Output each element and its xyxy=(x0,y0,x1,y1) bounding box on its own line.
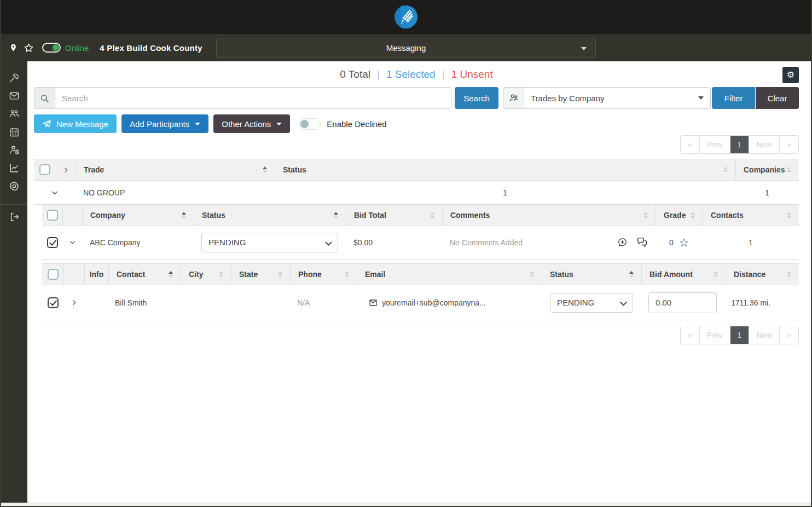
bid-total-column-header[interactable]: Bid Total xyxy=(346,205,442,225)
top-bar xyxy=(1,0,811,34)
companies-table: Company Status Bid Total Comments Grade … xyxy=(42,205,799,260)
other-actions-button[interactable]: Other Actions xyxy=(213,114,290,133)
select-all-companies-checkbox[interactable] xyxy=(47,210,58,221)
chevron-down-icon[interactable] xyxy=(51,189,59,197)
pagination-top: « Prev 1 Next » xyxy=(34,135,799,154)
stat-selected[interactable]: 1 Selected xyxy=(386,68,436,80)
city-column-header[interactable]: City xyxy=(181,264,231,285)
chevron-right-icon[interactable] xyxy=(71,299,78,306)
group-name: NO GROUP xyxy=(76,181,275,204)
page-next-button[interactable]: Next xyxy=(749,136,780,153)
filter-button[interactable]: Filter xyxy=(712,87,755,109)
new-message-button[interactable]: New Message xyxy=(34,114,117,133)
group-companies-count: 1 xyxy=(735,181,799,204)
contact-email[interactable]: youremail+sub@companyna... xyxy=(382,298,486,307)
online-label: Online xyxy=(65,43,89,53)
page-first-button[interactable]: « xyxy=(681,326,700,344)
contact-row-checkbox[interactable] xyxy=(48,297,59,308)
page-first-button[interactable]: « xyxy=(681,136,700,153)
footer-strip xyxy=(1,503,811,506)
page-prev-button[interactable]: Prev xyxy=(700,326,730,344)
sort-icon xyxy=(714,271,718,278)
sort-icon xyxy=(691,212,695,218)
grade-column-header[interactable]: Grade xyxy=(656,205,703,225)
page-nav-dropdown[interactable]: Messaging xyxy=(216,38,596,58)
company-status-column-header[interactable]: Status xyxy=(194,205,346,225)
chevron-down-icon[interactable] xyxy=(69,239,76,246)
contacts-column-header[interactable]: Contacts xyxy=(703,205,799,225)
company-bid-total: $0.00 xyxy=(346,226,442,259)
company-column-header[interactable]: Company xyxy=(82,205,194,225)
status-column-header[interactable]: Status xyxy=(275,159,735,180)
enable-declined-toggle[interactable] xyxy=(299,118,321,130)
sort-icon xyxy=(430,212,434,218)
comments-column-header[interactable]: Comments xyxy=(442,205,656,225)
hammer-icon[interactable] xyxy=(1,68,27,87)
chevron-down-icon xyxy=(195,123,200,125)
chevron-down-icon xyxy=(276,123,282,125)
search-button[interactable]: Search xyxy=(455,87,498,109)
location-pin-icon[interactable] xyxy=(9,43,18,53)
bid-amount-input[interactable] xyxy=(648,292,717,313)
info-column-header: Info xyxy=(84,264,108,285)
page-nav-value: Messaging xyxy=(386,43,426,53)
sort-icon xyxy=(219,271,223,278)
stat-unsent[interactable]: 1 Unsent xyxy=(451,68,493,80)
contact-status-select[interactable]: PENDING xyxy=(550,293,633,313)
logout-icon[interactable] xyxy=(1,204,27,222)
filter-type-select[interactable]: Trades by Company xyxy=(524,87,711,109)
page-last-button[interactable]: » xyxy=(780,136,798,153)
sort-icon xyxy=(169,271,173,278)
chart-icon[interactable] xyxy=(1,159,27,177)
grade-star-icon[interactable] xyxy=(679,238,689,247)
companies-column-header[interactable]: Companies xyxy=(735,159,799,180)
favorite-star-icon[interactable] xyxy=(24,43,34,53)
page-current[interactable]: 1 xyxy=(730,326,750,344)
settings-gear-button[interactable]: ⚙ xyxy=(782,67,799,83)
user-clock-icon[interactable] xyxy=(1,141,27,159)
sort-icon xyxy=(278,271,282,278)
online-toggle[interactable] xyxy=(42,43,61,53)
contact-distance: 1711.36 mi. xyxy=(726,285,799,320)
company-grade-count: 0 xyxy=(669,238,674,247)
contact-column-header[interactable]: Contact xyxy=(108,264,181,285)
sort-icon xyxy=(723,166,728,173)
phone-column-header[interactable]: Phone xyxy=(290,264,357,285)
gear-icon[interactable] xyxy=(1,177,27,195)
bid-amount-column-header[interactable]: Bid Amount xyxy=(641,264,726,285)
trade-column-header[interactable]: Trade xyxy=(76,159,275,180)
state-column-header[interactable]: State xyxy=(231,264,290,285)
sort-icon xyxy=(263,166,267,173)
contact-phone: N/A xyxy=(290,285,357,320)
contact-status-column-header[interactable]: Status xyxy=(542,264,641,285)
contact-row: Bill Smith N/A youremail+sub@companyna..… xyxy=(42,285,799,320)
calendar-icon[interactable] xyxy=(1,123,27,141)
chevron-right-icon[interactable] xyxy=(62,166,69,174)
company-status-select[interactable]: PENDING xyxy=(201,233,338,252)
chat-bubbles-icon[interactable] xyxy=(636,237,648,248)
add-participants-button[interactable]: Add Participants xyxy=(121,114,208,133)
email-column-header[interactable]: Email xyxy=(357,264,542,285)
group-status-count: 1 xyxy=(275,181,735,204)
contact-header-row: Info Contact City State Phone Email Stat… xyxy=(42,263,799,285)
pagination-bottom: « Prev 1 Next » xyxy=(34,326,799,344)
project-bar: Online 4 Plex Build Cook County Messagin… xyxy=(1,34,811,61)
select-all-trades-checkbox[interactable] xyxy=(39,164,50,175)
add-comment-icon[interactable] xyxy=(617,237,628,247)
clear-button[interactable]: Clear xyxy=(756,87,799,109)
contacts-table: Info Contact City State Phone Email Stat… xyxy=(42,263,799,320)
page-next-button[interactable]: Next xyxy=(749,326,780,344)
page-last-button[interactable]: » xyxy=(780,326,798,344)
select-all-contacts-checkbox[interactable] xyxy=(48,269,59,280)
company-row-checkbox[interactable] xyxy=(47,237,58,248)
people-group-icon[interactable] xyxy=(1,105,27,123)
page-prev-button[interactable]: Prev xyxy=(700,136,730,153)
envelope-icon[interactable] xyxy=(1,87,27,105)
project-name: 4 Plex Build Cook County xyxy=(100,43,202,53)
actions-row: New Message Add Participants Other Actio… xyxy=(34,114,799,133)
search-input[interactable] xyxy=(55,87,451,109)
trade-header-row: Trade Status Companies xyxy=(34,159,799,181)
page-current[interactable]: 1 xyxy=(730,136,750,153)
search-filter-row: Search Trades by Company Filter Clear xyxy=(34,87,799,109)
distance-column-header[interactable]: Distance xyxy=(726,264,799,285)
